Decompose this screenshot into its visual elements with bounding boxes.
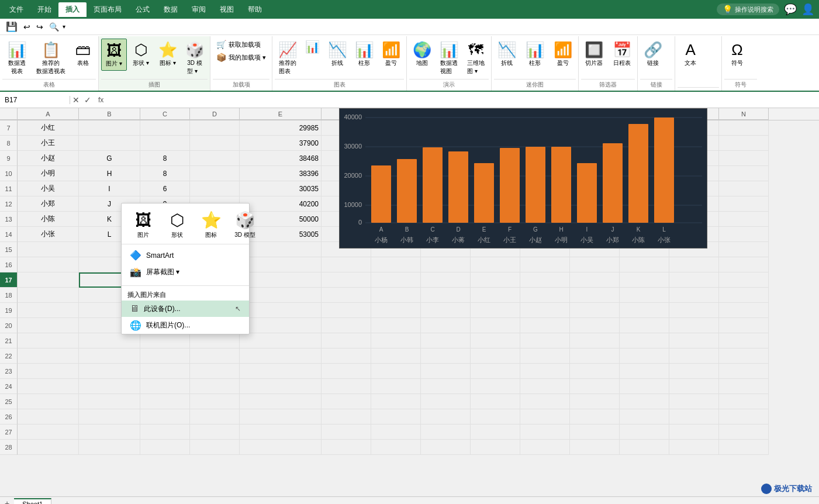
comment-icon[interactable]: 💬 [784, 3, 797, 16]
timeline-button[interactable]: 📅 日程表 [609, 39, 635, 70]
tab-insert[interactable]: 插入 [58, 2, 87, 17]
sparkline-winloss-button[interactable]: 📶 盈亏 [550, 39, 576, 70]
col-header-d[interactable]: D [190, 108, 240, 120]
cell-ref-box[interactable]: B17 [0, 96, 70, 104]
cell-n16[interactable] [719, 257, 769, 272]
icons-icon-btn[interactable]: ⭐ 图标 [195, 208, 227, 241]
picture-button[interactable]: 🖼 图片 ▾ [101, 39, 127, 71]
cell-n9[interactable] [719, 151, 769, 166]
winloss-button[interactable]: 📶 盈亏 [378, 39, 404, 70]
3d-map-button[interactable]: 🗺 三维地图 ▾ [463, 39, 489, 78]
cell-k17[interactable] [570, 272, 620, 288]
formula-cancel-icon[interactable]: ✕ [70, 95, 82, 105]
formula-fn-icon[interactable]: fx [94, 96, 108, 104]
cell-m17[interactable] [669, 272, 719, 288]
print-preview-button[interactable]: 🔍 [47, 21, 61, 33]
pivot-table-button[interactable]: 📊 数据透视表 [2, 39, 32, 78]
cell-j16[interactable] [520, 257, 570, 272]
cell-a16[interactable] [18, 257, 79, 272]
my-addins-button[interactable]: 📦 我的加载项 ▾ [213, 51, 269, 63]
bar-chart-button[interactable]: 📊 柱形 [351, 39, 377, 70]
cell-c10[interactable]: 8 [140, 166, 190, 181]
screenshot-menu-item[interactable]: 📸 屏幕截图 ▾ [122, 264, 249, 281]
cell-e11[interactable]: 30035 [240, 181, 322, 196]
shapes-icon-btn[interactable]: ⬡ 形状 [161, 208, 193, 241]
undo-button[interactable]: ↩ [21, 21, 33, 33]
cell-d9[interactable] [190, 151, 240, 166]
cell-a15[interactable] [18, 242, 79, 257]
cell-c7[interactable] [140, 120, 190, 136]
cell-f16[interactable] [322, 257, 371, 272]
cell-a10[interactable]: 小明 [18, 166, 79, 181]
picture-icon-btn[interactable]: 🖼 图片 [127, 208, 159, 241]
add-sheet-button[interactable]: + [0, 498, 14, 505]
tab-file[interactable]: 文件 [2, 2, 30, 17]
cell-n11[interactable] [719, 181, 769, 196]
tab-formula[interactable]: 公式 [129, 2, 157, 17]
cell-b11[interactable]: I [79, 181, 140, 196]
text-button[interactable]: A 文本 [678, 39, 703, 70]
cell-e16[interactable] [240, 257, 322, 272]
cell-g16[interactable] [371, 257, 421, 272]
cell-n15[interactable] [719, 242, 769, 257]
cell-a17[interactable] [18, 272, 79, 288]
cell-a14[interactable]: 小张 [18, 227, 79, 242]
chart-container[interactable]: 40000 30000 20000 10000 0 [339, 108, 707, 248]
icons-button[interactable]: ⭐ 图标 ▾ [155, 39, 181, 70]
cell-a9[interactable]: 小赵 [18, 151, 79, 166]
cell-n10[interactable] [719, 166, 769, 181]
get-addins-button[interactable]: 🛒 获取加载项 [213, 39, 269, 50]
cell-i17[interactable] [471, 272, 520, 288]
cell-n14[interactable] [719, 227, 769, 242]
3d-model-button[interactable]: 🎲 3D 模型 ▾ [182, 39, 208, 78]
cell-a13[interactable]: 小陈 [18, 212, 79, 227]
cell-e8[interactable]: 37900 [240, 136, 322, 151]
tab-view[interactable]: 视图 [213, 2, 241, 17]
3dmodel-icon-btn[interactable]: 🎲 3D 模型 [229, 208, 261, 241]
sheet-tab-sheet1[interactable]: Sheet1 [14, 498, 51, 505]
cell-d10[interactable] [190, 166, 240, 181]
slicer-button[interactable]: 🔲 切片器 [581, 39, 607, 70]
cell-n13[interactable] [719, 212, 769, 227]
cell-e17[interactable] [240, 272, 322, 288]
formula-confirm-icon[interactable]: ✓ [82, 95, 94, 105]
cell-b7[interactable] [79, 120, 140, 136]
cell-b8[interactable] [79, 136, 140, 151]
cell-c8[interactable] [140, 136, 190, 151]
cell-h17[interactable] [421, 272, 471, 288]
cell-l16[interactable] [620, 257, 669, 272]
tab-page-layout[interactable]: 页面布局 [87, 2, 129, 17]
cell-h16[interactable] [421, 257, 471, 272]
cell-n12[interactable] [719, 196, 769, 212]
cell-e9[interactable]: 38468 [240, 151, 322, 166]
recommended-pivot-button[interactable]: 📋 推荐的数据透视表 [33, 39, 69, 78]
cell-l17[interactable] [620, 272, 669, 288]
col-header-a[interactable]: A [18, 108, 79, 120]
table-button[interactable]: 🗃 表格 [70, 39, 96, 70]
pivot-chart-button[interactable]: 📊 数据透视图 [436, 39, 462, 78]
cell-a7[interactable]: 小红 [18, 120, 79, 136]
cell-d8[interactable] [190, 136, 240, 151]
redo-button[interactable]: ↪ [34, 21, 46, 33]
qat-dropdown[interactable]: ▾ [63, 23, 65, 30]
cell-e7[interactable]: 29985 [240, 120, 322, 136]
cell-a11[interactable]: 小吴 [18, 181, 79, 196]
cell-d11[interactable] [190, 181, 240, 196]
cell-k16[interactable] [570, 257, 620, 272]
tab-review[interactable]: 审阅 [185, 2, 213, 17]
sparkline-line-button[interactable]: 📉 折线 [494, 39, 520, 70]
cell-i16[interactable] [471, 257, 520, 272]
col-header-e[interactable]: E [240, 108, 322, 120]
cell-n17[interactable] [719, 272, 769, 288]
cell-d7[interactable] [190, 120, 240, 136]
cell-b9[interactable]: G [79, 151, 140, 166]
cell-g17[interactable] [371, 272, 421, 288]
cell-m16[interactable] [669, 257, 719, 272]
col-header-c[interactable]: C [140, 108, 190, 120]
cell-n7[interactable] [719, 120, 769, 136]
from-device-item[interactable]: 🖥 此设备(D)... ↖ [122, 301, 249, 317]
online-picture-item[interactable]: 🌐 联机图片(O)... [122, 317, 249, 334]
map-button[interactable]: 🌍 地图 [409, 39, 435, 70]
symbol-button[interactable]: Ω 符号 [724, 39, 750, 70]
col-header-b[interactable]: B [79, 108, 140, 120]
